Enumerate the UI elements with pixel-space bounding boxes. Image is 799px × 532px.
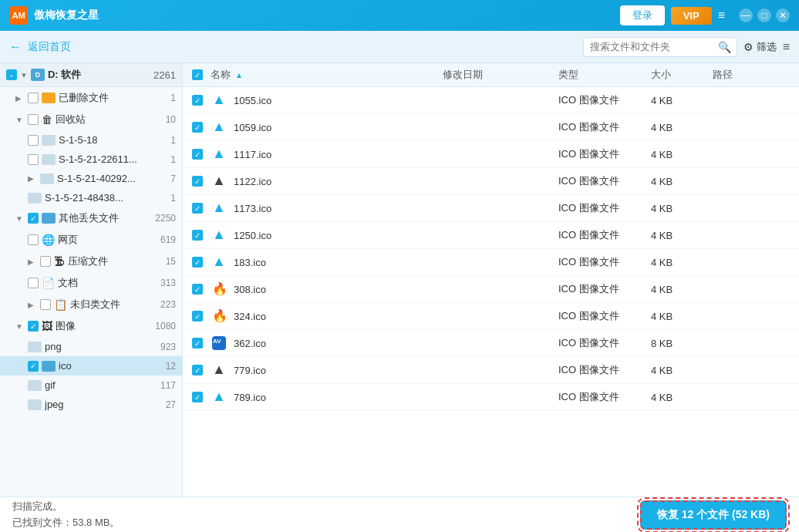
maximize-button[interactable]: □ [757, 8, 771, 22]
zip-checkbox[interactable] [40, 256, 51, 267]
doc-checkbox[interactable] [28, 278, 39, 288]
back-arrow-icon[interactable]: ← [9, 40, 22, 54]
file-name-col: 1059.ico [211, 119, 443, 136]
sidebar-item-jpeg[interactable]: jpeg 27 [0, 395, 182, 414]
file-type: ICO 图像文件 [558, 390, 651, 404]
header-checkbox-col [192, 69, 211, 80]
menu-icon[interactable]: ≡ [783, 40, 790, 54]
other-lost-checkbox[interactable] [28, 213, 39, 224]
sidebar-item-s1521a[interactable]: S-1-5-21-22611... 1 [0, 150, 182, 169]
sidebar-item-doc[interactable]: 文档 313 [0, 272, 182, 294]
search-icon[interactable]: 🔍 [718, 41, 731, 53]
s1521c-label: S-1-5-21-48438... [45, 192, 123, 204]
row-checkbox[interactable] [192, 257, 203, 268]
table-row[interactable]: 324.ico ICO 图像文件 4 KB [183, 303, 799, 330]
col-header-date[interactable]: 修改日期 [443, 68, 558, 82]
select-all-checkbox[interactable] [192, 69, 203, 80]
s1518-checkbox[interactable] [28, 135, 39, 146]
sidebar-item-recycle[interactable]: ▼ 回收站 10 [0, 109, 182, 130]
table-row[interactable]: 183.ico ICO 图像文件 4 KB [183, 249, 799, 276]
row-checkbox[interactable] [192, 149, 203, 160]
sidebar-item-s1518[interactable]: S-1-5-18 1 [0, 130, 182, 150]
file-size: 4 KB [651, 122, 713, 133]
image-checkbox[interactable] [28, 321, 39, 332]
row-checkbox[interactable] [192, 203, 203, 214]
file-icon [211, 200, 228, 217]
minimize-button[interactable]: — [739, 8, 753, 22]
row-checkbox[interactable] [192, 311, 203, 322]
sidebar-item-zip[interactable]: ▶ 压缩文件 15 [0, 251, 182, 272]
row-checkbox[interactable] [192, 230, 203, 241]
sidebar-item-gif[interactable]: gif 117 [0, 375, 182, 395]
s1521a-checkbox[interactable] [28, 154, 39, 165]
sidebar-item-web[interactable]: 网页 619 [0, 229, 182, 251]
table-row[interactable]: 789.ico ICO 图像文件 4 KB [183, 384, 799, 411]
folder-icon [28, 342, 42, 352]
deleted-checkbox[interactable] [28, 93, 39, 103]
row-checkbox[interactable] [192, 95, 203, 106]
drive-expand-icon[interactable]: ▼ [20, 71, 28, 79]
file-list-area: 名称 ▲ 修改日期 类型 大小 路径 1055.ico ICO 图像文件 4 K… [183, 63, 799, 497]
drive-header[interactable]: ▼ D D: 软件 2261 [0, 63, 182, 87]
table-row[interactable]: 1250.ico ICO 图像文件 4 KB [183, 222, 799, 249]
row-checkbox[interactable] [192, 338, 203, 348]
sidebar-item-ico[interactable]: ico 12 [0, 356, 182, 375]
file-size: 4 KB [651, 230, 713, 241]
close-button[interactable]: ✕ [776, 8, 790, 22]
table-row[interactable]: 1059.ico ICO 图像文件 4 KB [183, 114, 799, 141]
sidebar-item-s1521b[interactable]: ▶ S-1-5-21-40292... 7 [0, 169, 182, 188]
table-row[interactable]: 1173.ico ICO 图像文件 4 KB [183, 195, 799, 222]
recycle-icon [42, 113, 52, 126]
file-icon [211, 254, 228, 271]
restore-button[interactable]: 恢复 12 个文件 (52 KB) [640, 500, 787, 530]
back-button[interactable]: 返回首页 [28, 40, 71, 54]
doc-icon [42, 277, 55, 289]
ico-checkbox[interactable] [28, 361, 39, 372]
file-icon [211, 281, 228, 298]
sidebar-item-other-lost[interactable]: ▼ 其他丢失文件 2250 [0, 207, 182, 229]
table-row[interactable]: 308.ico ICO 图像文件 4 KB [183, 276, 799, 303]
col-header-size[interactable]: 大小 [651, 68, 713, 82]
sidebar-item-image[interactable]: ▼ 图像 1080 [0, 315, 182, 337]
recycle-checkbox[interactable] [28, 114, 39, 125]
row-checkbox[interactable] [192, 284, 203, 295]
unknown-label: 未归类文件 [70, 298, 120, 311]
file-name-col: 324.ico [211, 308, 443, 325]
table-row[interactable]: 1122.ico ICO 图像文件 4 KB [183, 168, 799, 195]
table-row[interactable]: 779.ico ICO 图像文件 4 KB [183, 357, 799, 384]
web-checkbox[interactable] [28, 234, 39, 245]
sidebar-item-deleted[interactable]: ▶ 已删除文件 1 [0, 87, 182, 109]
vip-button[interactable]: VIP [671, 7, 712, 25]
row-checkbox[interactable] [192, 365, 203, 375]
sidebar-item-png[interactable]: png 923 [0, 337, 182, 356]
filter-button[interactable]: ⚙ 筛选 [743, 40, 777, 54]
hamburger-icon[interactable]: ≡ [718, 8, 725, 22]
login-button[interactable]: 登录 [620, 5, 665, 25]
jpeg-label: jpeg [45, 399, 64, 410]
file-size: 4 KB [651, 203, 713, 214]
table-row[interactable]: 362.ico ICO 图像文件 8 KB [183, 330, 799, 357]
sidebar-item-unknown[interactable]: ▶ 未归类文件 223 [0, 294, 182, 315]
sidebar-item-s1521c[interactable]: S-1-5-21-48438... 1 [0, 188, 182, 207]
drive-label: D: 软件 [48, 68, 81, 82]
col-header-name[interactable]: 名称 ▲ [211, 68, 443, 82]
unknown-checkbox[interactable] [40, 299, 51, 310]
file-name: 789.ico [234, 392, 266, 403]
s1518-count: 1 [170, 135, 176, 146]
file-size: 4 KB [651, 392, 713, 403]
search-input[interactable] [590, 41, 713, 52]
table-row[interactable]: 1117.ico ICO 图像文件 4 KB [183, 141, 799, 168]
file-name: 1059.ico [234, 122, 271, 133]
row-checkbox[interactable] [192, 122, 203, 133]
row-checkbox[interactable] [192, 176, 203, 187]
recycle-count: 10 [166, 114, 176, 125]
row-checkbox[interactable] [192, 392, 203, 402]
file-name: 324.ico [234, 311, 266, 322]
table-row[interactable]: 1055.ico ICO 图像文件 4 KB [183, 87, 799, 114]
drive-checkbox[interactable] [6, 69, 17, 80]
unknown-icon [54, 298, 67, 311]
col-header-path[interactable]: 路径 [713, 68, 790, 82]
bottom-bar: 扫描完成。 已找到文件：53.8 MB。 恢复 12 个文件 (52 KB) [0, 497, 799, 532]
image-count: 1080 [155, 321, 176, 332]
col-header-type[interactable]: 类型 [558, 68, 651, 82]
